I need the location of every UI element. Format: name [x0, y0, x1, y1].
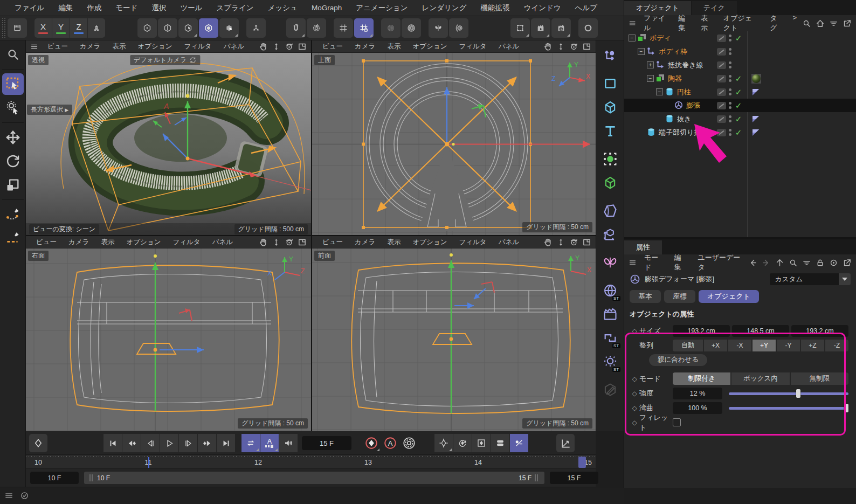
- size-field-2[interactable]: 193.2 cm: [791, 325, 848, 337]
- menubar-item-1[interactable]: 編集: [51, 0, 80, 16]
- viewport-menu-item-5[interactable]: パネル: [206, 238, 239, 247]
- enable-check[interactable]: ✓: [734, 87, 743, 97]
- orbit-icon[interactable]: [285, 238, 294, 247]
- layer-toggle[interactable]: [717, 34, 726, 42]
- volume-icon[interactable]: [599, 172, 621, 194]
- spline-pen-icon[interactable]: [599, 45, 621, 66]
- mode-keyframe-dot[interactable]: ◇: [630, 375, 639, 383]
- orbit-icon[interactable]: [569, 42, 578, 51]
- menubar-item-0[interactable]: ファイル: [8, 0, 51, 16]
- tree-row-bulge[interactable]: 膨張✓: [624, 99, 856, 112]
- fillet-checkbox[interactable]: [673, 418, 681, 426]
- pan-hand-icon[interactable]: [543, 238, 553, 247]
- material-edit-icon[interactable]: [599, 379, 621, 401]
- symmetry-object-icon[interactable]: [599, 252, 621, 273]
- menubar-item-12[interactable]: ウインドウ: [517, 0, 568, 16]
- status-menu-icon[interactable]: [4, 491, 13, 500]
- object-label[interactable]: ボディ枠: [659, 47, 687, 57]
- am-menu-item-2[interactable]: ユーザーデータ: [692, 253, 748, 272]
- axis-mode-icon[interactable]: [246, 18, 266, 38]
- visibility-dots[interactable]: [729, 88, 731, 95]
- deformer-icon[interactable]: [599, 200, 621, 222]
- cube-primitive-icon[interactable]: [599, 96, 621, 118]
- key-scale-toggle[interactable]: [472, 434, 491, 452]
- viewport-menu-item-5[interactable]: パネル: [218, 42, 250, 51]
- am-target-icon[interactable]: [829, 258, 838, 267]
- viewport-menu-item-2[interactable]: 表示: [106, 42, 132, 51]
- om-burger-icon[interactable]: [629, 19, 636, 27]
- menubar-item-11[interactable]: 機能拡張: [474, 0, 517, 16]
- align-button-+Y[interactable]: +Y: [753, 340, 776, 351]
- maximize-view-icon[interactable]: [582, 238, 591, 247]
- enable-check[interactable]: ✓: [734, 101, 743, 111]
- range-start-field[interactable]: 10 F: [30, 472, 79, 484]
- snap-magnet-icon[interactable]: [286, 18, 306, 38]
- align-button-+X[interactable]: +X: [704, 340, 727, 351]
- dolly-icon[interactable]: [556, 42, 565, 51]
- viewport-menu-item-1[interactable]: カメラ: [349, 238, 381, 247]
- flag-tag[interactable]: [751, 88, 760, 96]
- move-tool-icon[interactable]: [2, 127, 24, 148]
- z-axis-lock[interactable]: Z: [70, 18, 87, 38]
- top-canvas[interactable]: Y Z X 上面 グリッド間隔 : 50 cm: [312, 53, 596, 235]
- tree-row-ceramic[interactable]: −陶器✓: [624, 72, 856, 85]
- menubar-item-8[interactable]: MoGraph: [305, 0, 349, 16]
- om-filter-icon[interactable]: [829, 19, 838, 28]
- enable-check[interactable]: ✓: [734, 128, 743, 137]
- dolly-icon[interactable]: [272, 238, 281, 247]
- falloff-settings-icon[interactable]: [402, 18, 421, 38]
- curvature-slider-handle[interactable]: [844, 404, 848, 412]
- texture-mode-icon[interactable]: [219, 18, 239, 38]
- autokey-range-button[interactable]: A: [260, 434, 279, 452]
- spline-object-icon[interactable]: [647, 47, 656, 56]
- fcurve-editor-button[interactable]: [556, 434, 575, 452]
- material-tag[interactable]: [751, 74, 761, 84]
- magic-solo-icon[interactable]: [578, 18, 598, 38]
- key-position-toggle[interactable]: [434, 434, 453, 452]
- keyframe-settings-button[interactable]: [400, 434, 418, 452]
- align-button--Y[interactable]: -Y: [777, 340, 800, 351]
- layer-toggle[interactable]: [717, 75, 726, 82]
- viewport-menu-item-4[interactable]: フィルタ: [453, 42, 492, 51]
- om-menu-item-1[interactable]: 編集: [673, 13, 696, 33]
- size-keyframe-dot[interactable]: ◇: [630, 327, 639, 335]
- object-label[interactable]: 抵抗巻き線: [668, 60, 703, 70]
- maximize-view-icon[interactable]: [298, 238, 307, 247]
- strength-keyframe-dot[interactable]: ◇: [630, 390, 639, 397]
- current-frame-field[interactable]: 15 F: [302, 436, 351, 450]
- viewport-menu-item-3[interactable]: オプション: [406, 42, 453, 51]
- am-search-icon[interactable]: [789, 258, 798, 267]
- key-pla-toggle[interactable]: [510, 434, 528, 452]
- om-menu-item-3[interactable]: オブジェクト: [718, 13, 764, 33]
- expand-toggle[interactable]: +: [647, 61, 654, 68]
- sound-toggle-button[interactable]: [279, 434, 298, 452]
- expand-toggle[interactable]: −: [638, 48, 645, 55]
- tree-row-cylinder[interactable]: −円柱✓: [624, 85, 856, 99]
- am-menu-item-1[interactable]: 編集: [669, 253, 693, 272]
- size-field-0[interactable]: 193.2 cm: [673, 325, 730, 337]
- visibility-dots[interactable]: [729, 129, 731, 136]
- am-back-icon[interactable]: [748, 258, 757, 267]
- strength-field[interactable]: 12 %: [673, 388, 722, 399]
- pan-hand-icon[interactable]: [259, 238, 268, 247]
- cylinder-object-icon[interactable]: [665, 87, 674, 96]
- status-ok-icon[interactable]: [20, 491, 29, 500]
- param-tab-0[interactable]: 基本: [630, 290, 661, 303]
- orbit-icon[interactable]: [285, 42, 294, 51]
- layer-toggle[interactable]: [717, 102, 726, 109]
- prev-frame-button[interactable]: [141, 434, 160, 452]
- align-button-+Z[interactable]: +Z: [801, 340, 824, 351]
- viewport-menu-item-5[interactable]: パネル: [493, 238, 525, 247]
- x-axis-lock[interactable]: X: [34, 18, 52, 38]
- model-mode-icon[interactable]: [199, 18, 218, 38]
- viewport-menu-item-3[interactable]: オプション: [120, 238, 167, 247]
- align-button-自動[interactable]: 自動: [673, 340, 703, 351]
- mode-button-2[interactable]: 無制限: [791, 372, 848, 385]
- goto-end-button[interactable]: [217, 434, 235, 452]
- text-object-icon[interactable]: [599, 120, 621, 142]
- expand-toggle[interactable]: −: [647, 75, 654, 82]
- sky-object-icon[interactable]: ST: [599, 280, 621, 301]
- layer-toggle[interactable]: [717, 48, 726, 56]
- range-slider[interactable]: 10 F 15 F: [84, 472, 544, 484]
- tree-row-terminal-cut[interactable]: 端子部切り抜き✓: [624, 126, 856, 139]
